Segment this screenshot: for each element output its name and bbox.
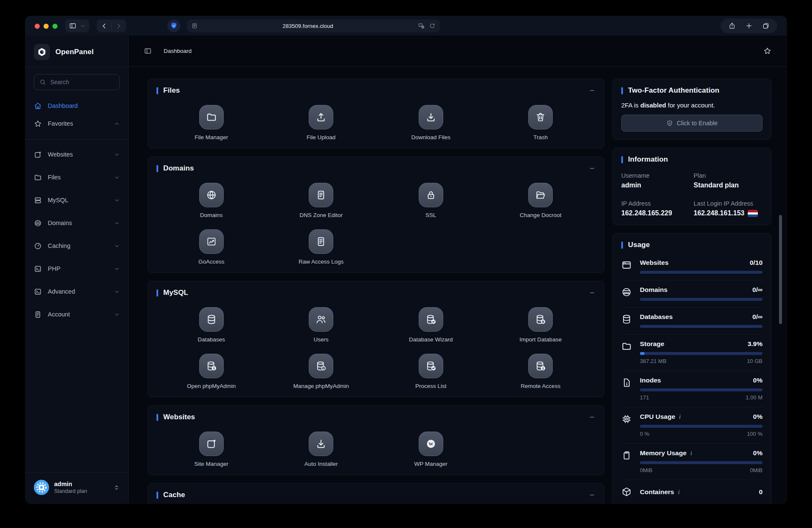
tool-auto-installer[interactable]: Auto Installer xyxy=(304,432,338,467)
sidebar-item-advanced[interactable]: Advanced xyxy=(34,280,120,303)
cards-column: FilesFile ManagerFile UploadDownload Fil… xyxy=(148,79,604,503)
tool-download-files[interactable]: Download Files xyxy=(411,105,450,140)
history-nav-group xyxy=(97,19,126,32)
enable-2fa-button[interactable]: Click to Enable xyxy=(621,115,763,132)
reload-icon[interactable] xyxy=(429,22,436,29)
accent-bar xyxy=(621,87,623,94)
sidebar-item-php[interactable]: PHP xyxy=(34,257,120,280)
extension-shield-icon[interactable] xyxy=(167,19,180,32)
share-icon[interactable] xyxy=(728,22,736,30)
tool-goaccess[interactable]: GoAccess xyxy=(198,229,225,265)
avatar xyxy=(34,480,49,495)
scrollbar[interactable] xyxy=(779,215,782,324)
tool-raw-access-logs[interactable]: Raw Access Logs xyxy=(299,229,344,265)
collapse-button[interactable] xyxy=(589,165,595,172)
bookmark-star-icon[interactable] xyxy=(763,47,771,55)
card-files: FilesFile ManagerFile UploadDownload Fil… xyxy=(148,79,604,148)
doc-lines-icon xyxy=(34,311,42,319)
translate-icon[interactable] xyxy=(418,22,425,30)
progress-bar xyxy=(640,325,763,328)
tool-site-manager[interactable]: Site Manager xyxy=(195,432,228,467)
tool-domains[interactable]: Domains xyxy=(199,183,224,218)
right-panel: Two-Factor Authentication 2FA is disable… xyxy=(612,79,771,503)
tool-open-phpmyadmin[interactable]: Open phpMyAdmin xyxy=(187,354,236,389)
search-input[interactable]: Search xyxy=(34,74,120,90)
usage-row-cpu-usage: CPU Usagei0%0 %100 % xyxy=(621,407,763,443)
sidebar-item-account[interactable]: Account xyxy=(34,303,120,326)
chevron-down-icon xyxy=(114,312,120,317)
accent-bar xyxy=(156,87,158,94)
tool-database-wizard[interactable]: Database Wizard xyxy=(409,307,453,343)
tool-process-list[interactable]: Process List xyxy=(415,354,447,389)
tool-change-docroot[interactable]: Change Docroot xyxy=(520,183,561,218)
sidebar-toggle-icon[interactable] xyxy=(69,22,77,30)
new-tab-icon[interactable] xyxy=(745,22,753,30)
close-button[interactable] xyxy=(35,24,40,29)
netherlands-flag-icon xyxy=(748,210,758,217)
zoom-button[interactable] xyxy=(52,24,58,29)
collapse-button[interactable] xyxy=(589,492,595,498)
user-menu[interactable]: admin Standard plan xyxy=(34,473,120,503)
sidebar-item-files[interactable]: Files xyxy=(34,166,120,189)
divider xyxy=(25,139,128,140)
usage-rows: Websites0/10wwwDomains0/∞Databases0/∞Sto… xyxy=(621,253,763,503)
sidebar-item-domains[interactable]: wwwDomains xyxy=(34,212,120,234)
tool-trash[interactable]: Trash xyxy=(528,105,553,140)
globe-www-icon: www xyxy=(34,219,42,227)
sidebar-primary: DashboardFavorites xyxy=(34,97,120,132)
card-title: Domains xyxy=(163,164,194,173)
brand[interactable]: OpenPanel xyxy=(34,44,120,60)
collapse-button[interactable] xyxy=(589,87,595,94)
sidebar-item-dashboard[interactable]: Dashboard xyxy=(34,97,120,115)
accent-bar xyxy=(621,156,623,163)
progress-bar xyxy=(640,388,763,391)
info-icon[interactable]: i xyxy=(678,489,680,496)
collapse-button[interactable] xyxy=(589,414,595,421)
tool-file-upload[interactable]: File Upload xyxy=(307,105,335,140)
reader-icon[interactable] xyxy=(191,22,198,29)
sidebar-item-favorites[interactable]: Favorites xyxy=(34,115,120,132)
minimize-button[interactable] xyxy=(44,24,49,29)
sidebar-item-caching[interactable]: Caching xyxy=(34,234,120,257)
tool-databases[interactable]: Databases xyxy=(198,307,225,343)
sidebar-item-mysql[interactable]: MySQL xyxy=(34,189,120,212)
db-info-icon xyxy=(535,360,546,371)
accent-bar xyxy=(156,165,158,172)
url-bar[interactable]: 283509.fornex.cloud xyxy=(187,19,440,32)
back-icon[interactable] xyxy=(101,22,108,30)
tool-remote-access[interactable]: Remote Access xyxy=(521,354,560,389)
card-title: Two-Factor Authentication xyxy=(628,86,719,95)
memory-icon xyxy=(621,450,632,461)
url-text[interactable]: 283509.fornex.cloud xyxy=(198,23,418,29)
info-icon[interactable]: i xyxy=(679,413,681,421)
openpanel-logo-icon xyxy=(34,44,50,60)
tool-file-manager[interactable]: File Manager xyxy=(195,105,228,140)
usage-row-websites: Websites0/10 xyxy=(621,253,763,280)
cpu-icon xyxy=(621,414,632,424)
sidebar-toggle-group[interactable] xyxy=(65,19,89,32)
star-icon xyxy=(34,120,42,128)
tool-wp-manager[interactable]: WWP Manager xyxy=(414,432,447,467)
card-two-factor: Two-Factor Authentication 2FA is disable… xyxy=(612,79,771,140)
chevron-down-icon[interactable] xyxy=(80,23,85,29)
tool-users[interactable]: Users xyxy=(309,307,333,343)
collapse-button[interactable] xyxy=(589,289,595,296)
db-check-icon xyxy=(425,314,436,325)
tool-manage-phpmyadmin[interactable]: Manage phpMyAdmin xyxy=(294,354,349,389)
info-icon[interactable]: i xyxy=(690,450,692,457)
trash-icon xyxy=(535,112,546,123)
breadcrumb[interactable]: Dashboard xyxy=(164,48,192,54)
card-title: Information xyxy=(628,155,668,164)
doc-lines-icon xyxy=(315,190,326,201)
tool-ssl[interactable]: SSL xyxy=(419,183,443,218)
tabs-icon[interactable] xyxy=(762,22,770,30)
sidebar-bottom: admin Standard plan xyxy=(34,466,120,503)
browser-window: 283509.fornex.cloud OpenPanel Search xyxy=(25,16,787,503)
terminal-icon xyxy=(34,265,42,273)
tool-import-database[interactable]: Import Database xyxy=(519,307,562,343)
usage-row-databases: Databases0/∞ xyxy=(621,307,763,334)
forward-icon[interactable] xyxy=(115,22,122,30)
tool-dns-zone-editor[interactable]: DNS Zone Editor xyxy=(299,183,343,218)
panel-toggle-icon[interactable] xyxy=(144,47,152,55)
sidebar-item-websites[interactable]: Websites xyxy=(34,143,120,166)
